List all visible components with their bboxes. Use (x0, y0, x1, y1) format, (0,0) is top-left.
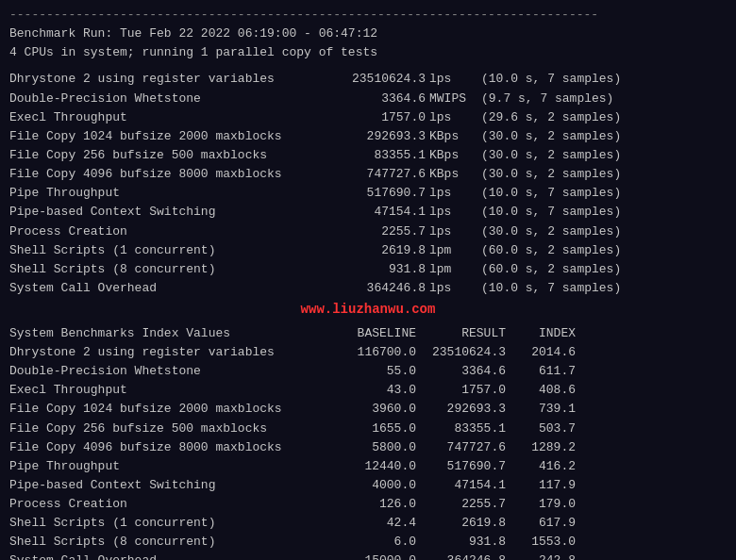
bench-extra: (30.0 s, 2 samples) (481, 127, 621, 146)
bench-extra: (10.0 s, 7 samples) (481, 184, 621, 203)
bench-extra: (29.6 s, 2 samples) (481, 108, 621, 127)
bench-unit: lps (429, 203, 481, 222)
bench-label: Shell Scripts (1 concurrent) (9, 241, 330, 260)
bench-unit: KBps (429, 127, 481, 146)
benchmark-row: Pipe Throughput517690.7lps(10.0 s, 7 sam… (9, 184, 727, 203)
benchmark-row: Pipe-based Context Switching47154.1lps(1… (9, 203, 727, 222)
bench-unit: lps (429, 279, 481, 298)
bench-unit: KBps (429, 165, 481, 184)
bench-unit: lpm (429, 241, 481, 260)
bench-unit: lps (429, 70, 481, 89)
bench-label: File Copy 256 bufsize 500 maxblocks (9, 146, 330, 165)
table-row: File Copy 4096 bufsize 8000 maxblocks580… (9, 438, 727, 457)
table-row: Pipe-based Context Switching4000.047154.… (9, 476, 727, 495)
table-row: Process Creation126.02255.7179.0 (9, 495, 727, 514)
benchmark-row: File Copy 4096 bufsize 8000 maxblocks747… (9, 165, 727, 184)
table-row: Execl Throughput43.01757.0408.6 (9, 381, 727, 400)
bench-extra: (30.0 s, 2 samples) (481, 146, 621, 165)
bench-value: 292693.3 (330, 127, 429, 146)
bench-label: Pipe Throughput (9, 184, 330, 203)
bench-value: 364246.8 (330, 279, 429, 298)
table-row: Pipe Throughput12440.0517690.7416.2 (9, 457, 727, 476)
benchmark-row: Process Creation2255.7lps(30.0 s, 2 samp… (9, 222, 727, 241)
benchmark-row: File Copy 1024 bufsize 2000 maxblocks292… (9, 127, 727, 146)
benchmark-row: Shell Scripts (8 concurrent)931.8lpm(60.… (9, 260, 727, 279)
bench-unit: lps (429, 108, 481, 127)
bench-extra: (9.7 s, 7 samples) (481, 90, 613, 108)
bench-label: Pipe-based Context Switching (9, 203, 330, 222)
bench-value: 3364.6 (330, 90, 429, 108)
bench-extra: (10.0 s, 7 samples) (481, 70, 621, 89)
benchmark-row: Execl Throughput1757.0lps(29.6 s, 2 samp… (9, 108, 727, 127)
divider-top: ----------------------------------------… (9, 6, 727, 25)
header-line2: 4 CPUs in system; running 1 parallel cop… (9, 43, 727, 62)
bench-value: 517690.7 (330, 184, 429, 203)
bench-label: File Copy 1024 bufsize 2000 maxblocks (9, 127, 330, 146)
bench-value: 931.8 (330, 260, 429, 279)
bench-unit: lps (429, 184, 481, 203)
bench-value: 2619.8 (330, 241, 429, 260)
table-row: Dhrystone 2 using register variables1167… (9, 343, 727, 362)
bench-label: Double-Precision Whetstone (9, 90, 330, 108)
terminal: ----------------------------------------… (0, 0, 736, 560)
table-row: File Copy 1024 bufsize 2000 maxblocks396… (9, 400, 727, 419)
index-table: System Benchmarks Index ValuesBASELINERE… (9, 324, 727, 560)
table-row: System Call Overhead15000.0364246.8242.8 (9, 552, 727, 560)
bench-extra: (30.0 s, 2 samples) (481, 165, 621, 184)
table-header-row: System Benchmarks Index ValuesBASELINERE… (9, 324, 727, 343)
benchmark-row: Double-Precision Whetstone3364.6MWIPS(9.… (9, 90, 727, 108)
bench-value: 747727.6 (330, 165, 429, 184)
benchmark-row: File Copy 256 bufsize 500 maxblocks83355… (9, 146, 727, 165)
table-row: Shell Scripts (1 concurrent)42.42619.861… (9, 514, 727, 533)
bench-label: Execl Throughput (9, 108, 330, 127)
bench-label: Shell Scripts (8 concurrent) (9, 260, 330, 279)
header-line1: Benchmark Run: Tue Feb 22 2022 06:19:00 … (9, 25, 727, 43)
bench-value: 2255.7 (330, 222, 429, 241)
benchmark-row: Dhrystone 2 using register variables2351… (9, 70, 727, 89)
table-row: File Copy 256 bufsize 500 maxblocks1655.… (9, 420, 727, 438)
bench-value: 23510624.3 (330, 70, 429, 89)
table-row: Shell Scripts (8 concurrent)6.0931.81553… (9, 533, 727, 552)
benchmark-row: Shell Scripts (1 concurrent)2619.8lpm(60… (9, 241, 727, 260)
bench-label: Process Creation (9, 222, 330, 241)
watermark: www.liuzhanwu.com (9, 298, 727, 322)
bench-unit: lpm (429, 260, 481, 279)
bench-extra: (60.0 s, 2 samples) (481, 241, 621, 260)
bench-label: System Call Overhead (9, 279, 330, 298)
bench-value: 83355.1 (330, 146, 429, 165)
bench-extra: (60.0 s, 2 samples) (481, 260, 621, 279)
bench-unit: MWIPS (429, 90, 481, 108)
bench-unit: lps (429, 222, 481, 241)
bench-unit: KBps (429, 146, 481, 165)
benchmark-row: System Call Overhead364246.8lps(10.0 s, … (9, 279, 727, 298)
bench-label: Dhrystone 2 using register variables (9, 70, 330, 89)
bench-extra: (30.0 s, 2 samples) (481, 222, 621, 241)
bench-extra: (10.0 s, 7 samples) (481, 203, 621, 222)
bench-label: File Copy 4096 bufsize 8000 maxblocks (9, 165, 330, 184)
bench-value: 1757.0 (330, 108, 429, 127)
bench-extra: (10.0 s, 7 samples) (481, 279, 621, 298)
benchmark-list: Dhrystone 2 using register variables2351… (9, 70, 727, 298)
table-row: Double-Precision Whetstone55.03364.6611.… (9, 362, 727, 381)
bench-value: 47154.1 (330, 203, 429, 222)
